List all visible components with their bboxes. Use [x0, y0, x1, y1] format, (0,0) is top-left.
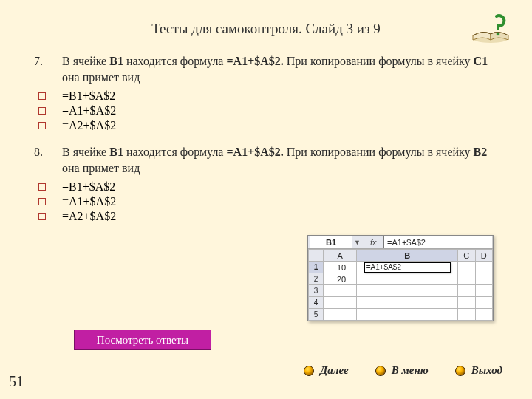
cell — [357, 297, 458, 309]
cell — [475, 262, 492, 273]
text: При копировании формулы в ячейку — [284, 55, 474, 67]
fx-icon: fx — [370, 238, 381, 247]
nav-label: Выход — [471, 364, 502, 377]
active-cell: =A1+$A$2 — [357, 262, 458, 273]
checkbox-icon — [38, 183, 46, 191]
cell — [475, 297, 492, 309]
option[interactable]: =В1+$A$2 — [34, 89, 499, 103]
cell — [357, 285, 458, 297]
checkbox-icon — [38, 213, 46, 220]
bullet-icon — [455, 366, 466, 376]
col-header: D — [475, 250, 492, 262]
option-label: =A2+$A$2 — [62, 210, 116, 223]
cell — [475, 285, 492, 297]
name-box: B1 — [310, 236, 352, 248]
nav-menu[interactable]: В меню — [375, 364, 429, 377]
cell-ref: С1 — [474, 55, 488, 67]
dropdown-icon: ▼ — [354, 239, 363, 246]
formula-text: =A1+$A$2. — [226, 146, 283, 158]
text: При копировании формулы в ячейку — [284, 146, 474, 158]
cell — [458, 273, 475, 285]
checkbox-icon — [38, 107, 46, 115]
cell — [324, 309, 357, 321]
text: она примет вид — [62, 162, 140, 174]
question-8-options: =В1+$A$2 =A1+$A$2 =A2+$A$2 — [34, 180, 499, 223]
cell — [357, 273, 458, 285]
show-answers-button[interactable]: Посмотреть ответы — [74, 330, 211, 350]
cell — [458, 285, 475, 297]
col-header: B — [357, 250, 458, 262]
option-label: =A2+$A$2 — [62, 119, 116, 132]
checkbox-icon — [38, 122, 46, 129]
question-text: В ячейке В1 находится формула =A1+$A$2. … — [62, 53, 499, 85]
text: находится формула — [123, 146, 227, 158]
question-number: 8. — [34, 144, 62, 176]
option-label: =В1+$A$2 — [62, 180, 115, 194]
row-header: 1 — [309, 262, 324, 273]
nav-bar: Далее В меню Выход — [304, 364, 502, 377]
text: находится формула — [123, 55, 227, 67]
cell: 10 — [324, 262, 357, 273]
question-number: 7. — [34, 53, 62, 85]
content-area: 7. В ячейке В1 находится формула =A1+$A$… — [34, 53, 499, 235]
cell — [324, 297, 357, 309]
cell: 20 — [324, 273, 357, 285]
text: она примет вид — [62, 71, 140, 83]
row-header: 4 — [309, 297, 324, 309]
question-7-options: =В1+$A$2 =A1+$A$2 =A2+$A$2 — [34, 89, 499, 132]
cell-ref: В1 — [109, 146, 123, 158]
page-number: 51 — [9, 373, 24, 390]
option[interactable]: =A2+$A$2 — [34, 119, 499, 132]
nav-label: В меню — [392, 364, 429, 377]
row-header: 2 — [309, 273, 324, 285]
nav-next[interactable]: Далее — [304, 364, 349, 377]
formula-bar: B1 ▼ fx =A1+$A$2 — [308, 236, 493, 249]
spreadsheet-illustration: B1 ▼ fx =A1+$A$2 A B C D 1 10 =A1+$A$2 2… — [307, 235, 494, 321]
nav-exit[interactable]: Выход — [455, 364, 502, 377]
formula-value: =A1+$A$2 — [383, 236, 493, 248]
cell — [458, 297, 475, 309]
question-text: В ячейке В1 находится формула =A1+$A$2. … — [62, 144, 499, 176]
bullet-icon — [304, 366, 314, 376]
option[interactable]: =В1+$A$2 — [34, 180, 499, 194]
option-label: =A1+$A$2 — [62, 104, 116, 117]
option-label: =A1+$A$2 — [62, 195, 116, 208]
option-label: =В1+$A$2 — [62, 89, 115, 103]
formula-text: =A1+$A$2. — [226, 55, 283, 67]
cell — [357, 309, 458, 321]
cell — [458, 309, 475, 321]
cell-editor: =A1+$A$2 — [364, 262, 451, 273]
svg-point-1 — [497, 33, 500, 36]
grid: A B C D 1 10 =A1+$A$2 2 20 3 4 5 — [308, 249, 493, 321]
corner-cell — [309, 250, 324, 262]
checkbox-icon — [38, 198, 46, 205]
option[interactable]: =A2+$A$2 — [34, 210, 499, 223]
nav-label: Далее — [320, 364, 349, 377]
cell-ref: В2 — [474, 146, 488, 158]
col-header: A — [324, 250, 357, 262]
option[interactable]: =A1+$A$2 — [34, 195, 499, 208]
text: В ячейке — [62, 146, 109, 158]
question-8: 8. В ячейке В1 находится формула =A1+$A$… — [34, 144, 499, 176]
cell-ref: В1 — [109, 55, 123, 67]
book-question-icon — [470, 13, 511, 44]
text: В ячейке — [62, 55, 109, 67]
question-7: 7. В ячейке В1 находится формула =A1+$A$… — [34, 53, 499, 85]
slide-title: Тесты для самоконтроля. Слайд 3 из 9 — [0, 0, 532, 37]
option[interactable]: =A1+$A$2 — [34, 104, 499, 117]
cell — [458, 262, 475, 273]
cell — [475, 309, 492, 321]
cell — [324, 285, 357, 297]
cell — [475, 273, 492, 285]
row-header: 5 — [309, 309, 324, 321]
checkbox-icon — [38, 92, 46, 100]
bullet-icon — [375, 366, 386, 376]
row-header: 3 — [309, 285, 324, 297]
col-header: C — [458, 250, 475, 262]
